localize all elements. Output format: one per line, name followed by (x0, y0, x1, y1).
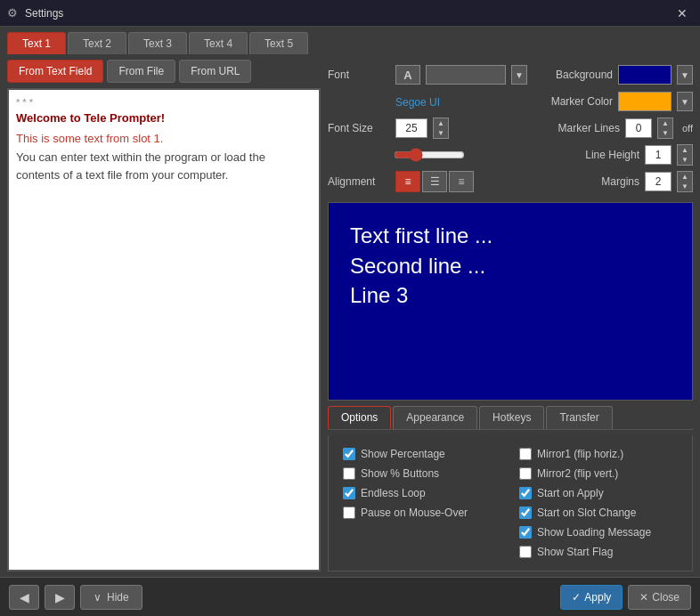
font-label: Font (328, 69, 390, 81)
marker-lines-spinner: ▲ ▼ (657, 118, 673, 139)
checkbox-mirror2[interactable] (519, 467, 532, 480)
font-size-down[interactable]: ▼ (434, 128, 448, 138)
label-endless-loop[interactable]: Endless Loop (361, 487, 426, 499)
tabs-row: Text 1 Text 2 Text 3 Text 4 Text 5 (0, 27, 700, 54)
background-color-arrow[interactable]: ▼ (677, 65, 693, 85)
label-mirror1[interactable]: Mirror1 (flip horiz.) (537, 448, 623, 460)
margins-down[interactable]: ▼ (678, 182, 692, 191)
checkbox-show-pct-buttons[interactable] (343, 467, 355, 480)
preview-line-1: Text first line ... (350, 221, 492, 251)
source-buttons: From Text Field From File From URL (7, 60, 321, 83)
apply-check-icon: ✓ (572, 591, 581, 604)
preview-line-3: Line 3 (350, 280, 492, 311)
opt-tab-options[interactable]: Options (328, 406, 391, 429)
check-show-loading: Show Loading Message (519, 523, 678, 542)
checkbox-start-apply[interactable] (519, 487, 532, 499)
label-show-start-flag[interactable]: Show Start Flag (537, 546, 613, 558)
marker-lines-up[interactable]: ▲ (658, 118, 672, 128)
tab-text1[interactable]: Text 1 (7, 32, 66, 54)
font-size-spinner: ▲ ▼ (433, 118, 449, 139)
line-height-up[interactable]: ▲ (678, 145, 692, 155)
close-window-button[interactable]: ✕ (672, 4, 693, 22)
check-pause-mouseover: Pause on Mouse-Over (343, 503, 501, 523)
bottom-bar: ◀ ▶ ∨ Hide ✓ Apply ✕ Close (0, 577, 700, 616)
alignment-buttons: ≡ ☰ ≡ (395, 171, 474, 192)
right-panel: Font A ▼ Background ▼ Segoe UI (328, 60, 693, 571)
editor-stars: * * * (16, 97, 312, 108)
check-show-pct-buttons: Show % Buttons (343, 464, 501, 483)
checkbox-show-loading[interactable] (519, 526, 532, 539)
label-mirror2[interactable]: Mirror2 (flip vert.) (537, 467, 618, 480)
check-show-start-flag: Show Start Flag (519, 542, 678, 562)
font-name-row: Segoe UI (328, 90, 527, 113)
label-show-pct-buttons[interactable]: Show % Buttons (361, 467, 439, 480)
opt-tab-appearance[interactable]: Appearance (393, 406, 477, 429)
editor-line2: You can enter text within the program or… (16, 149, 312, 183)
marker-lines-input[interactable] (625, 118, 652, 138)
hide-button[interactable]: ∨ Hide (80, 585, 142, 610)
opt-tab-hotkeys[interactable]: Hotkeys (479, 406, 544, 429)
preview-line-2: Second line ... (350, 251, 492, 281)
label-pause-mouseover[interactable]: Pause on Mouse-Over (361, 507, 468, 519)
checkbox-endless-loop[interactable] (343, 487, 355, 499)
apply-button[interactable]: ✓ Apply (560, 585, 623, 610)
from-text-field-button[interactable]: From Text Field (7, 60, 103, 83)
font-size-slider[interactable] (394, 148, 465, 162)
margins-setting-row: Margins ▲ ▼ (541, 170, 693, 193)
tab-text5[interactable]: Text 5 (249, 32, 308, 54)
settings-icon: ⚙ (7, 6, 18, 20)
marker-lines-label: Marker Lines (541, 122, 620, 134)
hide-label: Hide (107, 591, 129, 604)
tab-text2[interactable]: Text 2 (68, 32, 126, 54)
margins-up[interactable]: ▲ (678, 172, 692, 182)
line-height-label: Line Height (541, 149, 639, 161)
play-button[interactable]: ▶ (45, 585, 75, 610)
check-start-slot-change: Start on Slot Change (519, 503, 678, 523)
checkbox-mirror1[interactable] (519, 448, 532, 460)
align-right-btn[interactable]: ≡ (449, 171, 474, 192)
prev-button[interactable]: ◀ (9, 585, 39, 610)
align-center-btn[interactable]: ☰ (422, 171, 447, 192)
checkbox-show-percentage[interactable] (343, 448, 355, 460)
font-size-input[interactable] (395, 118, 427, 138)
tab-text4[interactable]: Text 4 (189, 32, 248, 54)
content-area: From Text Field From File From URL * * *… (0, 54, 700, 577)
font-slider-row (328, 143, 527, 166)
font-name-label: Segoe UI (395, 96, 440, 109)
close-button[interactable]: ✕ Close (628, 585, 691, 610)
label-show-percentage[interactable]: Show Percentage (361, 448, 445, 460)
label-start-slot-change[interactable]: Start on Slot Change (537, 507, 636, 519)
settings-top: Font A ▼ Background ▼ Segoe UI (328, 60, 693, 197)
font-size-up[interactable]: ▲ (434, 118, 448, 128)
line-height-down[interactable]: ▼ (678, 155, 692, 165)
checkbox-start-slot-change[interactable] (519, 507, 532, 519)
align-left-btn[interactable]: ≡ (395, 171, 420, 192)
font-icon[interactable]: A (395, 65, 420, 85)
marker-color-btn[interactable] (618, 92, 672, 111)
margins-input[interactable] (645, 172, 672, 191)
preview-text: Text first line ... Second line ... Line… (350, 221, 492, 311)
close-label: Close (652, 591, 680, 604)
background-color-btn[interactable] (618, 65, 672, 85)
from-file-button[interactable]: From File (107, 60, 175, 83)
options-tabs: Options Appearance Hotkeys Transfer (328, 406, 693, 430)
label-show-loading[interactable]: Show Loading Message (537, 526, 651, 539)
checkbox-pause-mouseover[interactable] (343, 507, 355, 519)
text-editor[interactable]: * * * Welcome to Tele Prompter! This is … (7, 88, 321, 571)
font-select-input[interactable] (426, 65, 506, 85)
titlebar: ⚙ Settings ✕ (0, 0, 700, 27)
checkbox-show-start-flag[interactable] (519, 546, 532, 558)
marker-color-label: Marker Color (541, 95, 613, 108)
font-dropdown-arrow[interactable]: ▼ (511, 65, 527, 85)
tab-text3[interactable]: Text 3 (128, 32, 187, 54)
marker-color-arrow[interactable]: ▼ (677, 92, 693, 111)
line-height-input[interactable] (645, 145, 672, 165)
from-url-button[interactable]: From URL (179, 60, 251, 83)
font-setting-row: Font A ▼ (328, 63, 527, 86)
options-content: Show Percentage Show % Buttons Endless L… (328, 435, 693, 571)
opt-tab-transfer[interactable]: Transfer (546, 406, 612, 429)
label-start-apply[interactable]: Start on Apply (537, 487, 604, 499)
preview-area: Text first line ... Second line ... Line… (328, 202, 693, 401)
marker-lines-down[interactable]: ▼ (658, 128, 672, 138)
check-start-apply: Start on Apply (519, 483, 678, 503)
